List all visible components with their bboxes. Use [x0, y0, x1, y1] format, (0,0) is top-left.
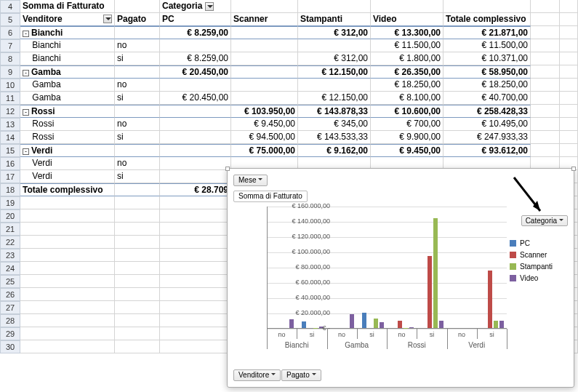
cell[interactable]: [115, 183, 160, 196]
cell[interactable]: [560, 105, 578, 118]
row-header[interactable]: 8: [0, 52, 20, 65]
pivot-chart-panel[interactable]: Mese Somma di Fatturato Categoria PCScan…: [227, 168, 574, 388]
cell[interactable]: [115, 327, 160, 340]
pivot-group-row[interactable]: -Rossi: [20, 105, 115, 118]
collapse-icon[interactable]: -: [23, 109, 29, 116]
cell[interactable]: [20, 249, 115, 262]
cell[interactable]: [443, 0, 531, 13]
row-header[interactable]: 27: [0, 301, 20, 314]
pivot-group-row[interactable]: -Gamba: [20, 65, 115, 79]
cell[interactable]: [115, 288, 160, 301]
cell[interactable]: [531, 65, 560, 79]
cell[interactable]: [115, 301, 160, 314]
chart-filter-mese[interactable]: Mese: [233, 175, 268, 186]
cell[interactable]: [160, 275, 231, 288]
cell[interactable]: [20, 262, 115, 275]
cell[interactable]: [160, 249, 231, 262]
cell[interactable]: [20, 314, 115, 327]
row-header[interactable]: 28: [0, 314, 20, 327]
row-header[interactable]: 20: [0, 209, 20, 223]
cell[interactable]: [115, 314, 160, 327]
cell[interactable]: [115, 249, 160, 262]
pivot-row-field2-dropdown[interactable]: Pagato: [115, 13, 160, 26]
row-header[interactable]: 16: [0, 157, 20, 170]
cell[interactable]: [115, 236, 160, 249]
row-header[interactable]: 24: [0, 262, 20, 275]
row-header[interactable]: 11: [0, 92, 20, 105]
pivot-group-row[interactable]: -Bianchi: [20, 26, 115, 39]
dropdown-icon[interactable]: [205, 2, 214, 11]
collapse-icon[interactable]: -: [23, 70, 29, 76]
cell[interactable]: [560, 13, 578, 26]
cell[interactable]: [531, 131, 560, 144]
cell[interactable]: [560, 92, 578, 105]
row-header[interactable]: 17: [0, 170, 20, 183]
cell[interactable]: [160, 327, 231, 340]
cell[interactable]: [560, 65, 578, 79]
cell[interactable]: [20, 288, 115, 301]
cell[interactable]: [115, 26, 160, 39]
cell[interactable]: [115, 196, 160, 209]
cell[interactable]: [531, 92, 560, 105]
cell[interactable]: [160, 196, 231, 209]
row-header[interactable]: 30: [0, 340, 20, 353]
cell[interactable]: [371, 0, 443, 13]
cell[interactable]: [560, 118, 578, 131]
cell[interactable]: [560, 52, 578, 65]
dropdown-icon[interactable]: [103, 15, 112, 23]
cell[interactable]: [531, 118, 560, 131]
cell[interactable]: [20, 209, 115, 223]
cell[interactable]: [20, 223, 115, 236]
row-header[interactable]: 9: [0, 65, 20, 79]
cell[interactable]: [160, 314, 231, 327]
cell[interactable]: [115, 223, 160, 236]
cell[interactable]: [531, 26, 560, 39]
cell[interactable]: [20, 275, 115, 288]
cell[interactable]: [560, 144, 578, 157]
cell[interactable]: [298, 0, 371, 13]
row-header[interactable]: 18: [0, 183, 20, 196]
row-header[interactable]: 21: [0, 223, 20, 236]
cell[interactable]: [531, 105, 560, 118]
row-header[interactable]: 13: [0, 118, 20, 131]
cell[interactable]: [20, 236, 115, 249]
cell[interactable]: [560, 26, 578, 39]
cell[interactable]: [531, 39, 560, 52]
row-header[interactable]: 26: [0, 288, 20, 301]
chart-filter-venditore[interactable]: Venditore: [233, 369, 281, 381]
cell[interactable]: [531, 13, 560, 26]
cell[interactable]: [160, 236, 231, 249]
collapse-icon[interactable]: -: [23, 148, 29, 155]
cell[interactable]: [20, 340, 115, 353]
cell[interactable]: [531, 79, 560, 92]
chart-filter-pagato[interactable]: Pagato: [281, 369, 321, 381]
cell[interactable]: [560, 131, 578, 144]
cell[interactable]: [160, 301, 231, 314]
row-header[interactable]: 10: [0, 79, 20, 92]
row-header[interactable]: 22: [0, 236, 20, 249]
cell[interactable]: [531, 144, 560, 157]
cell[interactable]: [531, 0, 560, 13]
row-header[interactable]: 14: [0, 131, 20, 144]
row-header[interactable]: 6: [0, 26, 20, 39]
cell[interactable]: [115, 262, 160, 275]
row-header[interactable]: 12: [0, 105, 20, 118]
cell[interactable]: [160, 262, 231, 275]
pivot-col-field-dropdown[interactable]: Categoria: [160, 0, 231, 13]
row-header[interactable]: 29: [0, 327, 20, 340]
row-header[interactable]: 23: [0, 249, 20, 262]
cell[interactable]: [115, 0, 160, 13]
cell[interactable]: [115, 209, 160, 223]
cell[interactable]: [115, 275, 160, 288]
cell[interactable]: [560, 79, 578, 92]
cell[interactable]: [20, 327, 115, 340]
cell[interactable]: [560, 39, 578, 52]
cell[interactable]: [115, 105, 160, 118]
collapse-icon[interactable]: -: [23, 31, 29, 37]
cell[interactable]: [115, 65, 160, 79]
row-header[interactable]: 7: [0, 39, 20, 52]
cell[interactable]: [231, 0, 298, 13]
pivot-group-row[interactable]: -Verdi: [20, 144, 115, 157]
row-header[interactable]: 15: [0, 144, 20, 157]
pivot-row-field1-dropdown[interactable]: Venditore: [20, 13, 115, 26]
